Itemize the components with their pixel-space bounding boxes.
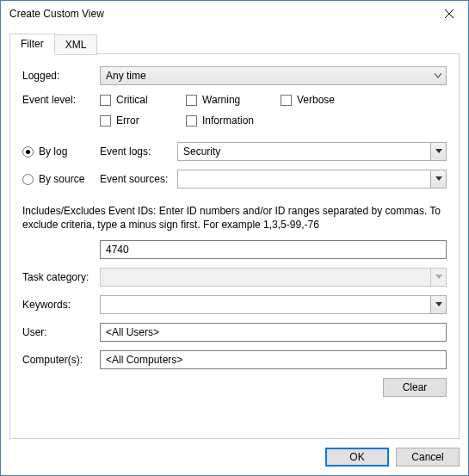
check-warning-box bbox=[186, 95, 197, 106]
label-task-category: Task category: bbox=[22, 271, 100, 283]
event-id-input[interactable] bbox=[100, 240, 447, 259]
label-logged: Logged: bbox=[22, 70, 100, 82]
label-keywords: Keywords: bbox=[22, 299, 100, 311]
check-critical-box bbox=[100, 95, 111, 106]
check-critical[interactable]: Critical bbox=[100, 94, 169, 106]
tab-strip: Filter XML bbox=[9, 34, 460, 54]
check-information-label: Information bbox=[202, 114, 254, 127]
chevron-down-icon bbox=[430, 170, 446, 188]
user-input[interactable] bbox=[100, 323, 447, 342]
row-keywords: Keywords: bbox=[22, 295, 447, 314]
svg-marker-2 bbox=[435, 149, 442, 153]
check-verbose-box bbox=[281, 95, 292, 106]
close-icon bbox=[445, 9, 454, 18]
check-warning[interactable]: Warning bbox=[186, 94, 263, 106]
check-error-box bbox=[100, 115, 111, 127]
tab-filter[interactable]: Filter bbox=[9, 34, 55, 54]
row-user: User: bbox=[22, 323, 447, 342]
svg-marker-5 bbox=[435, 302, 442, 306]
row-logged: Logged: Any time bbox=[22, 66, 447, 85]
event-id-description: Includes/Excludes Event IDs: Enter ID nu… bbox=[22, 204, 447, 232]
dialog-footer: OK Cancel bbox=[9, 439, 460, 467]
check-information-box bbox=[186, 115, 197, 127]
event-logs-dropdown[interactable]: Security bbox=[177, 142, 447, 161]
chevron-down-icon bbox=[430, 143, 446, 160]
label-event-level: Event level: bbox=[22, 94, 100, 106]
keywords-dropdown[interactable] bbox=[100, 295, 447, 314]
tab-xml-label: XML bbox=[65, 39, 87, 51]
close-button[interactable] bbox=[429, 1, 468, 27]
check-information[interactable]: Information bbox=[186, 114, 254, 127]
level-checks-row1: Critical Warning Verbose bbox=[100, 94, 447, 113]
row-event-id bbox=[22, 240, 447, 259]
row-by-source: By source Event sources: bbox=[22, 170, 447, 189]
clear-button-label: Clear bbox=[403, 381, 428, 393]
logged-value: Any time bbox=[106, 70, 146, 82]
event-sources-dropdown[interactable] bbox=[177, 170, 447, 189]
task-category-dropdown bbox=[100, 268, 447, 287]
cancel-button-label: Cancel bbox=[411, 451, 443, 463]
label-computers: Computer(s): bbox=[22, 354, 100, 366]
label-event-sources: Event sources: bbox=[100, 173, 177, 185]
check-warning-label: Warning bbox=[202, 94, 240, 106]
clear-button[interactable]: Clear bbox=[383, 378, 447, 397]
label-user: User: bbox=[22, 326, 100, 338]
titlebar: Create Custom View bbox=[1, 1, 468, 27]
log-source-section: By log Event logs: Security By source bbox=[22, 142, 447, 197]
body-area: Filter XML Logged: Any time Event level: bbox=[1, 27, 468, 475]
chevron-down-icon bbox=[430, 67, 446, 84]
dialog-window: Create Custom View Filter XML Logged: An… bbox=[0, 0, 469, 476]
row-event-level: Event level: Critical Warning bbox=[22, 94, 447, 133]
row-clear: Clear bbox=[22, 378, 447, 397]
window-title: Create Custom View bbox=[9, 8, 104, 20]
check-verbose[interactable]: Verbose bbox=[281, 94, 335, 106]
chevron-down-icon bbox=[430, 269, 446, 286]
level-checks-row2: Error Information bbox=[100, 114, 447, 133]
label-event-logs: Event logs: bbox=[100, 145, 177, 158]
label-by-source: By source bbox=[39, 173, 84, 185]
svg-marker-3 bbox=[435, 176, 442, 181]
row-computers: Computer(s): bbox=[22, 350, 447, 369]
tab-xml[interactable]: XML bbox=[54, 34, 98, 55]
chevron-down-icon bbox=[430, 296, 446, 313]
row-by-log: By log Event logs: Security bbox=[22, 142, 447, 161]
cancel-button[interactable]: Cancel bbox=[396, 448, 460, 467]
check-verbose-label: Verbose bbox=[297, 94, 335, 106]
label-by-log: By log bbox=[39, 145, 67, 158]
logged-dropdown[interactable]: Any time bbox=[100, 66, 447, 85]
radio-by-log[interactable] bbox=[22, 146, 34, 158]
tab-filter-label: Filter bbox=[21, 38, 44, 50]
ok-button[interactable]: OK bbox=[325, 448, 389, 467]
radio-by-source[interactable] bbox=[22, 174, 34, 185]
check-critical-label: Critical bbox=[116, 94, 148, 106]
computers-input[interactable] bbox=[100, 350, 447, 369]
row-task-category: Task category: bbox=[22, 268, 447, 287]
svg-marker-4 bbox=[435, 275, 442, 279]
ok-button-label: OK bbox=[349, 451, 364, 463]
check-error-label: Error bbox=[116, 114, 139, 127]
check-error[interactable]: Error bbox=[100, 114, 169, 127]
tab-panel-filter: Logged: Any time Event level: Critical bbox=[9, 53, 460, 439]
event-logs-value: Security bbox=[183, 145, 220, 158]
